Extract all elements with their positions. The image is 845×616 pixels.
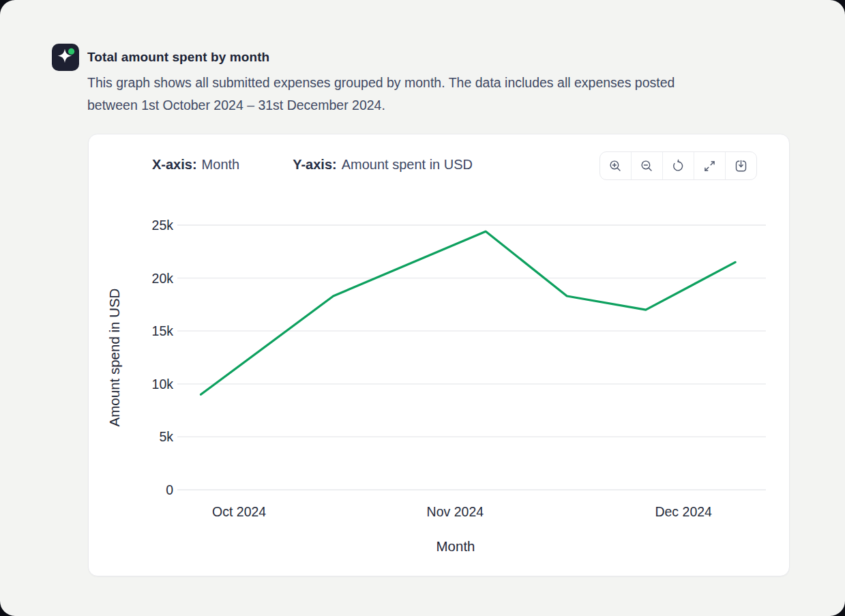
zoom-out-icon: [640, 159, 654, 173]
x-axis-title: Month: [436, 538, 475, 554]
x-tick-label: Nov 2024: [427, 504, 484, 519]
y-axis-info-label: Y-axis:: [293, 157, 336, 172]
y-tick-label: 5k: [159, 429, 173, 444]
y-tick-label: 25k: [152, 218, 174, 233]
sparkle-icon: [52, 44, 79, 71]
description-line-2: between 1st October 2024 – 31st December…: [87, 94, 793, 117]
zoom-out-button[interactable]: [632, 152, 662, 179]
chart-toolbar: [599, 151, 757, 180]
reset-icon: [671, 159, 685, 173]
sparkle-logo-icon: [52, 44, 79, 71]
chart-card: X-axis:Month Y-axis:Amount spent in USD …: [88, 134, 790, 576]
axis-info: X-axis:Month Y-axis:Amount spent in USD: [152, 156, 473, 173]
expand-icon: [702, 159, 717, 173]
reset-view-button[interactable]: [663, 152, 694, 179]
expense-line-chart[interactable]: 05k10k15k20k25kOct 2024Nov 2024Dec 2024M…: [89, 196, 790, 577]
page-description: This graph shows all submitted expenses …: [87, 72, 793, 117]
download-button[interactable]: [726, 152, 756, 179]
x-tick-label: Dec 2024: [655, 504, 712, 519]
x-axis-info-label: X-axis:: [152, 157, 197, 172]
header: Total amount spent by month This graph s…: [87, 49, 793, 117]
y-axis-info: Y-axis:Amount spent in USD: [293, 156, 473, 173]
y-tick-label: 20k: [152, 271, 174, 286]
y-tick-label: 10k: [152, 377, 174, 392]
zoom-in-icon: [608, 159, 623, 173]
y-axis-title: Amount spend in USD: [106, 289, 122, 427]
y-tick-label: 0: [166, 482, 173, 497]
download-icon: [734, 159, 748, 173]
y-tick-label: 15k: [152, 323, 174, 338]
page-title: Total amount spent by month: [87, 49, 793, 65]
expense-line-series: [201, 231, 736, 394]
x-axis-info-value: Month: [202, 157, 240, 172]
x-axis-info: X-axis:Month: [152, 156, 239, 173]
page: Total amount spent by month This graph s…: [0, 0, 845, 616]
description-line-1: This graph shows all submitted expenses …: [87, 72, 793, 94]
fullscreen-button[interactable]: [694, 152, 725, 179]
x-tick-label: Oct 2024: [212, 504, 266, 519]
y-axis-info-value: Amount spent in USD: [342, 157, 473, 172]
zoom-in-button[interactable]: [600, 152, 631, 179]
